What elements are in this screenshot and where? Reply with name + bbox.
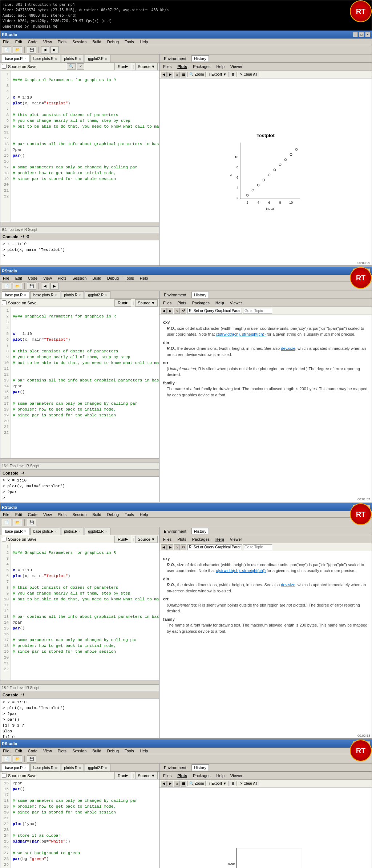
source-btn-1[interactable]: Source ▼ [135,63,158,70]
refresh-help-btn-3[interactable]: ↺ [181,544,186,550]
packages-tab-2[interactable]: Packages [191,300,211,305]
menu-edit-2[interactable]: Edit [14,276,23,280]
source-save-checkbox-4[interactable] [2,773,7,778]
console-body-3[interactable]: > x = 1:10 > plot(x, main="Testplot") > … [0,699,159,738]
tab-baseplots-3[interactable]: base plots.R × [30,528,60,535]
menu-view-1[interactable]: View [42,40,53,44]
menu-code-3[interactable]: Code [27,512,39,517]
plots-tab-2[interactable]: Plots [176,300,187,305]
files-tab-4[interactable]: Files [162,773,173,778]
env-tab-1[interactable]: Environment [162,56,189,61]
packages-tab-1[interactable]: Packages [191,64,212,69]
tab-close-3[interactable]: × [24,529,26,533]
menu-debug-2[interactable]: Debug [106,276,120,280]
list-plot-btn-4[interactable]: ☰ [181,781,186,787]
tab-basepar-4[interactable]: base par.R × [2,764,29,771]
open-btn-2[interactable]: 📂 [13,283,22,290]
prev-help-btn-2[interactable]: ◀ [161,308,167,314]
new-file-btn-4[interactable]: 📄 [2,755,11,763]
tab-plotris-1[interactable]: plotris.R × [61,55,84,62]
help-tab-1[interactable]: Help [215,64,226,69]
open-btn-4[interactable]: 📂 [13,755,22,763]
source-save-checkbox-2[interactable] [2,300,7,305]
viewer-tab-1[interactable]: Viewer [229,64,244,69]
help-type-input-3[interactable] [243,544,272,550]
list-plot-btn-1[interactable]: ☰ [181,72,186,77]
viewer-tab-3[interactable]: Viewer [229,537,243,542]
menu-session-4[interactable]: Session [71,749,88,753]
tab-ggplot-2[interactable]: ggplot2.R × [85,291,110,299]
code-content-3[interactable]: #### Graphical Parameters for graphics i… [11,543,159,680]
menu-help-1[interactable]: Help [139,40,149,44]
tab-basepar-2[interactable]: base par.R × [2,291,29,299]
menu-session-1[interactable]: Session [71,40,88,44]
run-btn-4[interactable]: Run ▶ [114,772,131,779]
console-body-2[interactable]: > x = 1:10 > plot(x, main="Testplot") > … [0,477,159,502]
menu-file-2[interactable]: File [2,276,11,280]
tab-close-bp-2[interactable]: × [55,293,57,297]
plots-tab-1[interactable]: Plots [176,64,189,69]
clear-all-plot-btn-4[interactable]: ✕ Clear All [238,781,259,786]
prev-plot-btn-1[interactable]: ◀ [161,72,167,77]
scrollbar-2[interactable] [0,458,159,463]
menu-session-2[interactable]: Session [71,276,88,280]
hist-tab-1[interactable]: History [191,55,209,61]
menu-build-1[interactable]: Build [91,40,102,44]
menu-edit-3[interactable]: Edit [14,512,23,517]
search-btn-1[interactable]: 🔍 [67,63,76,70]
tab-close-gg-3[interactable]: × [105,530,107,533]
help-search-input-2[interactable] [187,308,242,314]
save-btn-4[interactable]: 💾 [27,755,36,763]
next-plot-btn-1[interactable]: ▶ [167,72,173,77]
menu-help-3[interactable]: Help [139,512,149,517]
delete-btn-4[interactable]: 🗑 [230,781,237,786]
code-content-2[interactable]: #### Graphical Parameters for graphics i… [11,307,159,458]
menu-debug-3[interactable]: Debug [106,512,120,517]
tab-close-pr-3[interactable]: × [79,530,81,533]
save-btn-3[interactable]: 💾 [27,519,36,526]
next-help-btn-2[interactable]: ▶ [167,308,173,314]
menu-build-3[interactable]: Build [91,512,102,517]
next-help-btn-3[interactable]: ▶ [167,544,173,550]
tab-plotris-3[interactable]: plotris.R × [61,528,84,535]
menu-file-3[interactable]: File [2,512,11,517]
menu-plots-2[interactable]: Plots [57,276,68,280]
source-btn-2[interactable]: Source ▼ [135,299,158,307]
tab-baseplots-1[interactable]: base plots.R × [30,55,60,62]
menu-edit-1[interactable]: Edit [14,40,23,44]
next-plot-btn-4[interactable]: ▶ [167,781,173,787]
packages-tab-3[interactable]: Packages [191,537,211,542]
tab-close-gg-2[interactable]: × [105,293,107,297]
open-btn-3[interactable]: 📂 [13,519,22,526]
prev-plot-btn-4[interactable]: ◀ [161,781,167,787]
menu-file-4[interactable]: File [2,749,11,753]
menu-build-2[interactable]: Build [91,276,102,280]
tab-close-bp-1[interactable]: × [55,57,57,61]
source-btn-4[interactable]: Source ▼ [135,772,158,779]
tab-baseplots-2[interactable]: base plots.R × [30,291,60,299]
tab-basepar-1[interactable]: base par.R × [2,55,29,62]
env-tab-2[interactable]: Environment [162,292,189,298]
help-tab-3[interactable]: Help [214,537,226,542]
tab-close-gg-1[interactable]: × [105,57,107,61]
env-tab-4[interactable]: Environment [162,765,189,771]
run-btn-2[interactable]: Run ▶ [114,299,131,307]
tab-close-gg-4[interactable]: × [105,766,107,770]
new-file-btn-2[interactable]: 📄 [2,283,11,290]
tab-close-bp-4[interactable]: × [55,766,57,770]
viewer-tab-4[interactable]: Viewer [229,773,244,778]
menu-tools-3[interactable]: Tools [124,512,135,517]
refresh-help-btn-2[interactable]: ↺ [181,308,186,314]
menu-code-1[interactable]: Code [27,40,39,44]
tab-close-4[interactable]: × [24,766,26,769]
menu-plots-4[interactable]: Plots [57,749,68,753]
save-btn-2[interactable]: 💾 [27,283,36,290]
close-btn-1[interactable]: × [365,32,370,37]
menu-debug-1[interactable]: Debug [106,40,120,44]
hist-tab-4[interactable]: History [191,764,209,771]
back-btn-1[interactable]: ◀ [41,46,49,53]
delete-btn-1[interactable]: 🗑 [230,72,237,77]
packages-tab-4[interactable]: Packages [191,773,212,778]
help-type-input-2[interactable] [243,308,272,314]
tab-close-1[interactable]: × [24,57,26,60]
